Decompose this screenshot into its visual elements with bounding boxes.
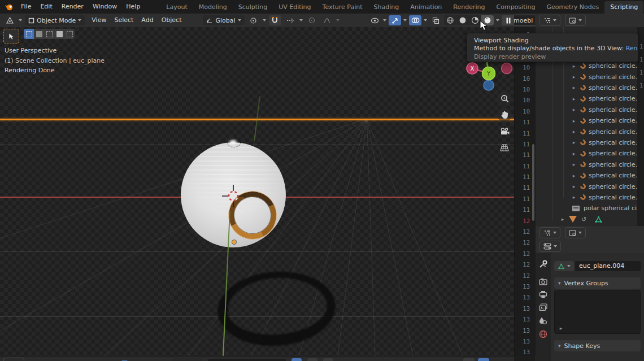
chevron-down-icon[interactable] [383,19,386,21]
outliner-editor-type-button[interactable] [539,15,560,26]
proportional-edit-button[interactable] [306,15,318,25]
chevron-down-icon[interactable] [424,19,427,21]
outliner-row[interactable]: ▸spherical circle.03 [535,181,644,192]
viewport-menu-object[interactable]: Object [158,14,186,27]
select-mode-invert[interactable] [54,29,64,39]
outliner-row[interactable]: ▸spherical circle.02 [535,148,644,159]
disclosure-arrow[interactable]: ▸ [571,63,577,69]
toggle-xray-button[interactable] [429,15,442,25]
tab-tool[interactable] [539,260,547,268]
select-mode-extend[interactable] [34,29,44,39]
select-mode-intersect[interactable] [64,29,75,39]
disclosure-arrow[interactable]: ▸ [571,129,577,134]
tab-uv-editing[interactable]: UV Editing [273,1,316,14]
shape-keys-section[interactable]: ▾ Shape Keys [554,340,641,351]
outliner-row[interactable]: ▸spherical circle.02 [535,82,644,93]
tab-render[interactable] [539,278,547,285]
viewport-menu-add[interactable]: Add [137,14,157,27]
tab-compositing[interactable]: Compositing [491,1,541,14]
chevron-down-icon[interactable] [336,19,340,21]
disclosure-arrow[interactable]: ▸ [571,140,577,145]
transform-orientation-selector[interactable]: Global [203,15,244,25]
proportional-falloff-button[interactable] [321,15,333,25]
show-gizmo-toggle[interactable] [389,15,401,25]
datablock-name-field[interactable]: euc_plane.004 [575,261,641,271]
object-visibility-button[interactable] [368,15,381,25]
display-mode-button[interactable] [565,227,586,238]
snap-magnet-button[interactable] [269,15,281,25]
vertex-groups-section[interactable]: ▾ Vertex Groups [554,277,641,289]
editor-type-button[interactable] [3,15,16,25]
tab-scene[interactable] [539,316,547,325]
shading-wireframe-button[interactable] [444,15,456,25]
move-view-button[interactable] [497,107,512,122]
disclosure-arrow[interactable]: ▸ [571,162,577,167]
perspective-toggle-button[interactable] [497,140,512,155]
chevron-down-icon[interactable] [299,19,303,21]
menu-render[interactable]: Render [57,0,88,14]
bb-button-2[interactable] [323,358,333,361]
zoom-view-button[interactable] [497,91,512,106]
mesh-data-selector[interactable] [554,261,574,271]
outliner-row[interactable]: polar spherical circles [535,203,644,214]
tab-texture-paint[interactable]: Texture Paint [317,1,368,14]
editor-type-button-2[interactable] [539,227,560,238]
outliner-row[interactable]: ▸spherical circle.02 [535,170,644,181]
outliner-row[interactable]: ▸spherical circle.02 [535,126,644,137]
outliner-row[interactable]: ▸spherical circle.02 [535,71,644,82]
bb-active-toggle[interactable] [478,358,489,361]
chevron-down-icon[interactable] [19,19,22,21]
vertex-groups-list[interactable]: ▸ [554,290,641,334]
shading-solid-button[interactable] [456,15,469,25]
slot-selector[interactable]: Slot 1 [172,358,203,361]
list-expand-arrow[interactable]: ▸ [558,325,564,331]
3d-viewport[interactable]: User Perspective (1) Scene Collection | … [0,27,514,356]
viewport-menu-select[interactable]: Select [110,14,137,27]
chevron-down-icon[interactable] [403,19,407,21]
bb-pin-button[interactable] [463,358,475,361]
outliner-row[interactable]: ▸spherical circle.03 [535,192,644,203]
menu-help[interactable]: Help [121,0,145,14]
tab-world[interactable] [539,330,547,338]
chevron-down-icon[interactable] [263,19,266,21]
show-overlays-toggle[interactable] [409,15,421,25]
text-datablock-field[interactable]: moebi [514,15,535,26]
viewport-menu-view[interactable]: View [88,14,110,27]
gizmo-x-neg-axis[interactable] [502,63,512,74]
outliner-row[interactable]: ▸spherical circle.02 [535,115,644,126]
tab-animation[interactable]: Animation [404,1,447,14]
outliner-row[interactable]: ▸spherical circle.02 [535,159,644,170]
mode-selector[interactable]: Object Mode [25,15,85,25]
blender-logo-icon[interactable] [0,3,16,11]
disclosure-arrow[interactable]: ▸ [571,74,577,80]
chevron-down-icon[interactable] [496,19,499,21]
properties-editor-type-button[interactable] [539,241,561,252]
tab-modeling[interactable]: Modeling [193,1,233,14]
menu-file[interactable]: File [16,0,36,14]
disclosure-arrow[interactable]: ▸ [571,194,577,200]
tab-view-layer[interactable] [539,303,547,311]
text-editor-gutter[interactable]: 9101010101010101111111111111111111212121… [514,27,536,356]
tab-sculpting[interactable]: Sculpting [233,1,273,14]
outliner-row[interactable]: ▸spherical circle.02 [535,105,644,115]
material-field[interactable] [208,359,286,361]
tab-scripting[interactable]: Scripting [604,1,643,14]
disclosure-arrow[interactable]: ▸ [571,118,577,124]
bb-button-1[interactable] [307,358,317,361]
disclosure-arrow[interactable]: ▸ [571,107,577,112]
gizmo-z-neg-axis[interactable] [484,80,494,90]
menu-edit[interactable]: Edit [36,0,56,14]
disclosure-arrow[interactable]: ▸ [571,184,577,189]
tab-geometry-nodes[interactable]: Geometry Nodes [541,1,604,14]
active-tool-select-box[interactable] [3,29,19,44]
bb-editor-type-button[interactable] [3,358,24,361]
select-mode-set[interactable] [24,29,34,39]
disclosure-arrow[interactable]: ▸ [571,96,577,102]
tab-layout[interactable]: Layout [160,1,193,14]
select-mode-subtract[interactable] [44,29,54,39]
outliner-filter-button[interactable] [565,15,586,26]
outliner-row[interactable]: ▸spherical circle.02 [535,137,644,148]
snap-target-button[interactable] [284,15,297,25]
outliner-row[interactable]: ▸spherical circle.02 [535,93,644,104]
outliner-row[interactable]: ▸↺ [535,214,644,225]
